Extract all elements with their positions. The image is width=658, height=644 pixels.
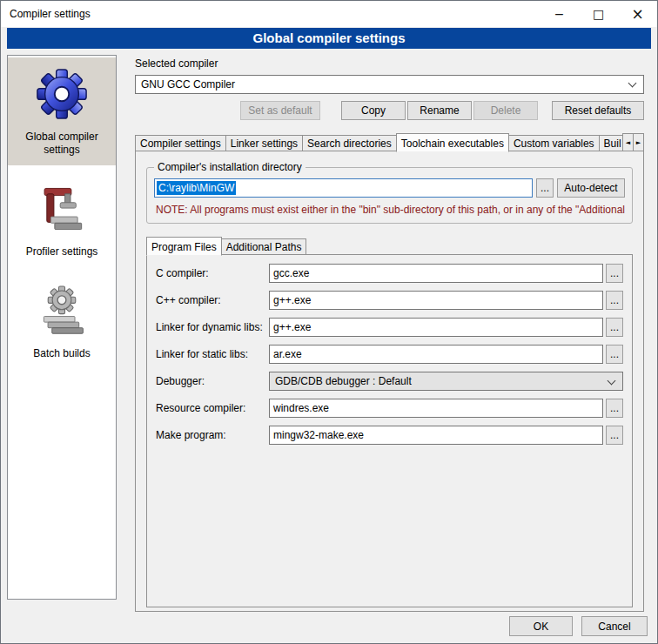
- c-compiler-input[interactable]: [269, 264, 603, 283]
- make-program-label: Make program:: [156, 429, 269, 441]
- browse-directory-button[interactable]: ...: [536, 178, 554, 198]
- make-program-input[interactable]: [269, 426, 603, 445]
- tab-build-options[interactable]: Buil: [599, 135, 627, 151]
- auto-detect-button[interactable]: Auto-detect: [557, 178, 625, 198]
- programs-tabstrip: Program Files Additional Paths: [146, 236, 633, 255]
- linker-static-label: Linker for static libs:: [156, 348, 269, 360]
- linker-dynamic-label: Linker for dynamic libs:: [156, 321, 269, 333]
- sidebar-item-profiler-settings[interactable]: Profiler settings: [8, 172, 116, 267]
- settings-category-list: Global compiler settings Profiler settin…: [7, 55, 117, 600]
- installation-directory-group: Compiler's installation directory C:\ray…: [146, 167, 633, 224]
- cpp-compiler-label: C++ compiler:: [156, 294, 269, 306]
- linker-static-input[interactable]: [269, 345, 603, 364]
- selected-path-text: C:\raylib\MinGW: [157, 181, 236, 195]
- selected-compiler-label: Selected compiler: [135, 57, 644, 70]
- copy-button[interactable]: Copy: [341, 101, 406, 120]
- dialog-body: Global compiler settings Profiler settin…: [1, 49, 657, 643]
- compiler-actions: Set as default Copy Rename Delete Reset …: [135, 101, 644, 120]
- make-program-row: Make program: ...: [156, 426, 623, 445]
- minimize-button[interactable]: −: [540, 1, 579, 27]
- tab-program-files[interactable]: Program Files: [146, 237, 222, 256]
- linker-static-browse-button[interactable]: ...: [606, 345, 623, 364]
- compiler-settings-window: Compiler settings − □ × Global compiler …: [0, 0, 658, 644]
- linker-static-row: Linker for static libs: ...: [156, 345, 623, 364]
- main-panel: Selected compiler GNU GCC Compiler Set a…: [126, 55, 651, 637]
- installation-directory-input[interactable]: C:\raylib\MinGW: [154, 178, 533, 198]
- gray-gears-icon: [36, 279, 88, 342]
- cpp-compiler-browse-button[interactable]: ...: [606, 291, 623, 310]
- toolchain-executables-panel: Compiler's installation directory C:\ray…: [135, 151, 644, 612]
- compiler-select[interactable]: GNU GCC Compiler: [135, 75, 644, 94]
- debugger-row: Debugger: GDB/CDB debugger : Default: [156, 372, 623, 391]
- close-button[interactable]: ×: [618, 1, 657, 27]
- tab-linker-settings[interactable]: Linker settings: [225, 135, 303, 151]
- ok-button[interactable]: OK: [509, 616, 573, 636]
- resource-compiler-row: Resource compiler: ...: [156, 399, 623, 418]
- delete-button[interactable]: Delete: [473, 101, 538, 120]
- reset-defaults-button[interactable]: Reset defaults: [552, 101, 644, 120]
- linker-dynamic-input[interactable]: [269, 318, 603, 337]
- profiler-clamp-icon: [37, 178, 87, 240]
- dialog-footer: OK Cancel: [509, 616, 648, 636]
- titlebar: Compiler settings − □ ×: [1, 1, 657, 27]
- compiler-select-value: GNU GCC Compiler: [141, 78, 235, 91]
- resource-compiler-input[interactable]: [269, 399, 603, 418]
- bin-subdirectory-note: NOTE: All programs must exist either in …: [156, 204, 625, 216]
- sidebar-item-label: Batch builds: [33, 347, 90, 360]
- c-compiler-row: C compiler: ...: [156, 264, 623, 283]
- tab-additional-paths[interactable]: Additional Paths: [221, 238, 307, 255]
- window-title: Compiler settings: [1, 1, 540, 27]
- settings-tabstrip: Compiler settings Linker settings Search…: [135, 132, 644, 151]
- program-files-panel: C compiler: ... C++ compiler: ... Linker…: [146, 254, 633, 607]
- tab-custom-variables[interactable]: Custom variables: [508, 135, 600, 151]
- cpp-compiler-row: C++ compiler: ...: [156, 291, 623, 310]
- sidebar-item-global-compiler-settings[interactable]: Global compiler settings: [8, 57, 116, 165]
- sidebar-item-label: Profiler settings: [26, 245, 98, 258]
- make-program-browse-button[interactable]: ...: [606, 426, 623, 445]
- installation-directory-label: Compiler's installation directory: [154, 161, 306, 173]
- chevron-down-icon: [628, 79, 637, 88]
- tab-toolchain-executables[interactable]: Toolchain executables: [396, 133, 509, 152]
- tab-scroll-right-icon[interactable]: ►: [633, 133, 644, 151]
- maximize-button[interactable]: □: [579, 1, 618, 27]
- debugger-label: Debugger:: [156, 375, 269, 387]
- linker-dynamic-browse-button[interactable]: ...: [606, 318, 623, 337]
- set-as-default-button[interactable]: Set as default: [240, 101, 320, 120]
- tab-compiler-settings[interactable]: Compiler settings: [135, 135, 226, 151]
- resource-compiler-browse-button[interactable]: ...: [606, 399, 623, 418]
- debugger-select-value: GDB/CDB debugger : Default: [275, 375, 412, 387]
- blue-gear-icon: [35, 63, 89, 125]
- rename-button[interactable]: Rename: [407, 101, 472, 120]
- chevron-down-icon: [608, 377, 616, 386]
- tab-search-directories[interactable]: Search directories: [302, 135, 397, 151]
- cancel-button[interactable]: Cancel: [581, 616, 648, 636]
- linker-dynamic-row: Linker for dynamic libs: ...: [156, 318, 623, 337]
- page-title: Global compiler settings: [7, 28, 651, 49]
- cpp-compiler-input[interactable]: [269, 291, 603, 310]
- installation-directory-row: C:\raylib\MinGW ... Auto-detect: [154, 178, 625, 198]
- c-compiler-label: C compiler:: [156, 267, 269, 279]
- resource-compiler-label: Resource compiler:: [156, 402, 269, 414]
- tabstrip-scroll-area: Compiler settings Linker settings Search…: [135, 133, 622, 151]
- sidebar-item-batch-builds[interactable]: Batch builds: [8, 274, 116, 369]
- sidebar-item-label: Global compiler settings: [10, 131, 114, 157]
- c-compiler-browse-button[interactable]: ...: [606, 264, 623, 283]
- debugger-select[interactable]: GDB/CDB debugger : Default: [269, 372, 623, 391]
